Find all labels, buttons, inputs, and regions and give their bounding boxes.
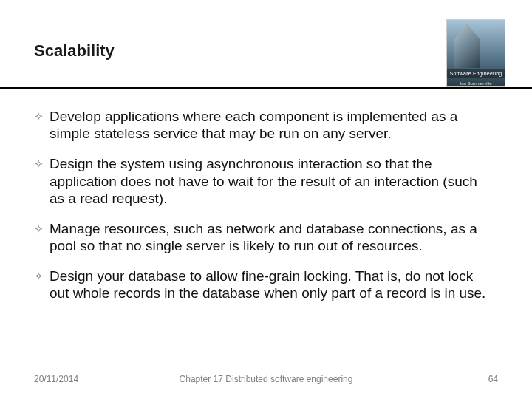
list-item: ✧ Design the system using asynchronous i… bbox=[34, 155, 498, 207]
bullet-icon: ✧ bbox=[34, 270, 44, 283]
list-item: ✧ Manage resources, such as network and … bbox=[34, 220, 498, 254]
slide-title: Scalability bbox=[34, 27, 498, 61]
list-item: ✧ Develop applications where each compon… bbox=[34, 108, 498, 142]
slide: Scalability Software Engineering Ian Som… bbox=[0, 0, 532, 399]
list-item: ✧ Design your database to allow fine-gra… bbox=[34, 267, 498, 301]
bullet-text: Design your database to allow fine-grain… bbox=[50, 267, 498, 301]
book-cover-thumbnail: Software Engineering Ian Sommerville bbox=[446, 19, 505, 87]
bullet-icon: ✧ bbox=[34, 110, 44, 123]
bullet-icon: ✧ bbox=[34, 222, 44, 236]
horizontal-rule bbox=[0, 87, 532, 89]
book-author: Ian Sommerville bbox=[447, 81, 505, 86]
footer-date: 20/11/2014 bbox=[34, 374, 78, 384]
slide-content: ✧ Develop applications where each compon… bbox=[34, 108, 498, 302]
bullet-text: Design the system using asynchronous int… bbox=[50, 155, 498, 207]
bullet-text: Manage resources, such as network and da… bbox=[50, 220, 498, 254]
slide-footer: 20/11/2014 Chapter 17 Distributed softwa… bbox=[34, 374, 498, 384]
footer-page-number: 64 bbox=[488, 374, 498, 384]
slide-header: Scalability Software Engineering Ian Som… bbox=[34, 27, 498, 68]
footer-chapter: Chapter 17 Distributed software engineer… bbox=[34, 374, 498, 384]
book-title: Software Engineering bbox=[447, 69, 505, 78]
bullet-icon: ✧ bbox=[34, 157, 44, 171]
bullet-text: Develop applications where each componen… bbox=[50, 108, 498, 142]
